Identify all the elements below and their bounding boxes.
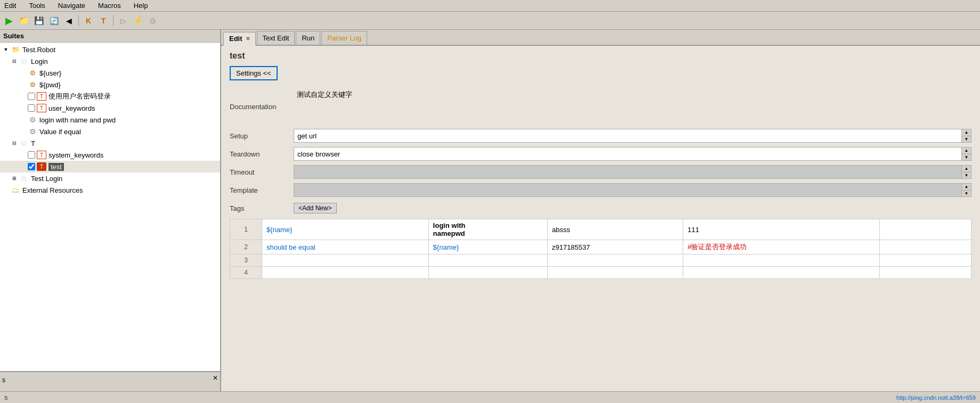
suites-header: Suites: [0, 30, 220, 43]
menu-macros[interactable]: Macros: [96, 1, 123, 10]
table-cell-2-2[interactable]: ${name}: [428, 240, 547, 254]
sidebar-item-t-suite[interactable]: ⊟ □ T: [0, 137, 220, 149]
setup-spinner-down[interactable]: ▼: [962, 136, 971, 143]
table-cell-2-3[interactable]: z917185537: [547, 240, 683, 254]
table-cell-3-4[interactable]: [683, 254, 879, 267]
sidebar-item-pwd-var[interactable]: ⊙ ${pwd}: [0, 79, 220, 91]
checkbox-user-keywords[interactable]: [28, 104, 35, 112]
table-cell-4-4[interactable]: [683, 267, 879, 279]
tab-text-edit[interactable]: Text Edit: [257, 31, 295, 45]
toolbar-back-btn[interactable]: ◀: [62, 14, 76, 28]
toolbar-stop-btn[interactable]: ⊙: [146, 14, 160, 28]
toolbar-run-btn[interactable]: ▶: [2, 14, 16, 28]
menu-edit[interactable]: Edit: [2, 1, 18, 10]
template-label: Template: [230, 186, 294, 194]
checkbox-test[interactable]: [28, 163, 35, 170]
right-panel: Edit ✕ Text Edit Run Parser Log test Set…: [221, 30, 980, 403]
flash-icon: ⚡: [133, 15, 143, 26]
documentation-row: Documentation 测试自定义关键字: [230, 88, 971, 125]
menu-tools[interactable]: Tools: [27, 1, 47, 10]
table-cell-3-5[interactable]: [879, 254, 971, 267]
table-cell-1-4[interactable]: 111: [683, 219, 879, 240]
table-cell-2-4[interactable]: #验证是否登录成功: [683, 240, 879, 254]
tree-label: system_keywords: [48, 151, 103, 159]
toolbar-open-btn[interactable]: 📁: [17, 14, 31, 28]
suite-title: test: [230, 51, 971, 61]
spacer: [19, 128, 27, 135]
table-cell-4-1[interactable]: [262, 267, 429, 279]
setup-spinner[interactable]: ▲ ▼: [962, 129, 971, 143]
table-cell-1-2[interactable]: login withnamepwd: [428, 219, 547, 240]
file-icon: □: [19, 139, 29, 147]
add-new-tag-button[interactable]: <Add New>: [294, 203, 337, 213]
setup-input[interactable]: [294, 129, 962, 143]
checkbox-system-keywords[interactable]: [28, 151, 35, 159]
toolbar-refresh-btn[interactable]: 🔄: [47, 14, 61, 28]
sidebar-item-test[interactable]: T test: [0, 161, 220, 172]
sidebar-item-external-resources[interactable]: 🗂 External Resources: [0, 184, 220, 196]
checkbox-login-keyword1[interactable]: [28, 93, 35, 100]
menu-help[interactable]: Help: [132, 1, 150, 10]
template-spinner-up[interactable]: ▲: [962, 184, 971, 191]
table-cell-3-3[interactable]: [547, 254, 683, 267]
test-icon: T: [37, 92, 46, 101]
setup-row: Setup ▲ ▼: [230, 128, 971, 143]
timeout-spinner-down[interactable]: ▼: [962, 172, 971, 179]
template-spinner-down[interactable]: ▼: [962, 191, 971, 197]
timeout-spinner-up[interactable]: ▲: [962, 166, 971, 172]
teardown-row: Teardown ▲ ▼: [230, 146, 971, 161]
tab-edit-close[interactable]: ✕: [246, 36, 250, 42]
teardown-spinner[interactable]: ▲ ▼: [962, 147, 971, 161]
sidebar-item-login-with-name[interactable]: ⚙ login with name and pwd: [0, 114, 220, 126]
sidebar-item-test-login[interactable]: ⊞ □ Test Login: [0, 172, 220, 184]
toolbar-t-btn[interactable]: T: [96, 14, 110, 28]
tab-edit[interactable]: Edit ✕: [223, 32, 256, 46]
table-cell-4-2[interactable]: [428, 267, 547, 279]
cell-keyword-1b: namepwd: [433, 229, 465, 237]
data-table: 1 ${name} login withnamepwd absss 111 2 …: [230, 219, 971, 279]
table-cell-3-2[interactable]: [428, 254, 547, 267]
main-layout: Suites ▼ 📁 Test.Robot ⊟ □ Login ⊙ ${user…: [0, 30, 980, 403]
sidebar-item-value-if-equal[interactable]: ⚙ Value if equal: [0, 126, 220, 137]
toolbar: ▶ 📁 💾 🔄 ◀ K T ▷ ⚡ ⊙: [0, 12, 980, 30]
toolbar-k-btn[interactable]: K: [82, 14, 95, 28]
table-cell-1-5[interactable]: [879, 219, 971, 240]
toolbar-play-btn[interactable]: ▷: [116, 14, 130, 28]
save-icon: 💾: [34, 16, 44, 26]
teardown-spinner-up[interactable]: ▲: [962, 147, 971, 154]
sidebar-item-test-robot[interactable]: ▼ 📁 Test.Robot: [0, 44, 220, 55]
table-cell-4-3[interactable]: [547, 267, 683, 279]
table-cell-1-1[interactable]: ${name}: [262, 219, 429, 240]
template-spinner[interactable]: ▲ ▼: [962, 183, 971, 197]
toolbar-flash-btn[interactable]: ⚡: [131, 14, 145, 28]
menu-navigate[interactable]: Navigate: [56, 1, 87, 10]
table-cell-1-3[interactable]: absss: [547, 219, 683, 240]
teardown-input[interactable]: [294, 147, 962, 161]
folder-icon: 📁: [11, 45, 20, 54]
toolbar-save-btn[interactable]: 💾: [32, 14, 46, 28]
table-cell-4-5[interactable]: [879, 267, 971, 279]
teardown-spinner-down[interactable]: ▼: [962, 154, 971, 161]
status-url: http://ping.cndn.nott.a39/t=659: [896, 394, 976, 401]
documentation-label: Documentation: [230, 103, 294, 111]
table-cell-2-5[interactable]: [879, 240, 971, 254]
sidebar-item-user-var[interactable]: ⊙ ${user}: [0, 67, 220, 79]
setup-spinner-up[interactable]: ▲: [962, 129, 971, 136]
settings-button[interactable]: Settings <<: [230, 66, 278, 80]
tree-label: user_keywords: [48, 104, 95, 112]
file-icon: □: [19, 57, 29, 65]
table-cell-3-1[interactable]: [262, 254, 429, 267]
table-row: 2 should be equal ${name} z917185537 #验证…: [230, 240, 971, 254]
test-icon: T: [37, 104, 46, 112]
table-cell-2-1[interactable]: should be equal: [262, 240, 429, 254]
spacer: [19, 93, 27, 100]
sidebar-item-user-keywords[interactable]: T user_keywords: [0, 102, 220, 114]
tab-parser-log[interactable]: Parser Log: [321, 31, 367, 45]
tab-run[interactable]: Run: [296, 31, 320, 45]
sidebar-item-system-keywords[interactable]: T system_keywords: [0, 149, 220, 161]
sidebar-item-login[interactable]: ⊟ □ Login: [0, 55, 220, 67]
cell-should-be-equal: should be equal: [266, 243, 315, 251]
sidebar-item-login-keyword1[interactable]: T 使用用户名密码登录: [0, 91, 220, 102]
bottom-close-btn[interactable]: ✕: [213, 374, 218, 382]
timeout-spinner[interactable]: ▲ ▼: [962, 165, 971, 179]
